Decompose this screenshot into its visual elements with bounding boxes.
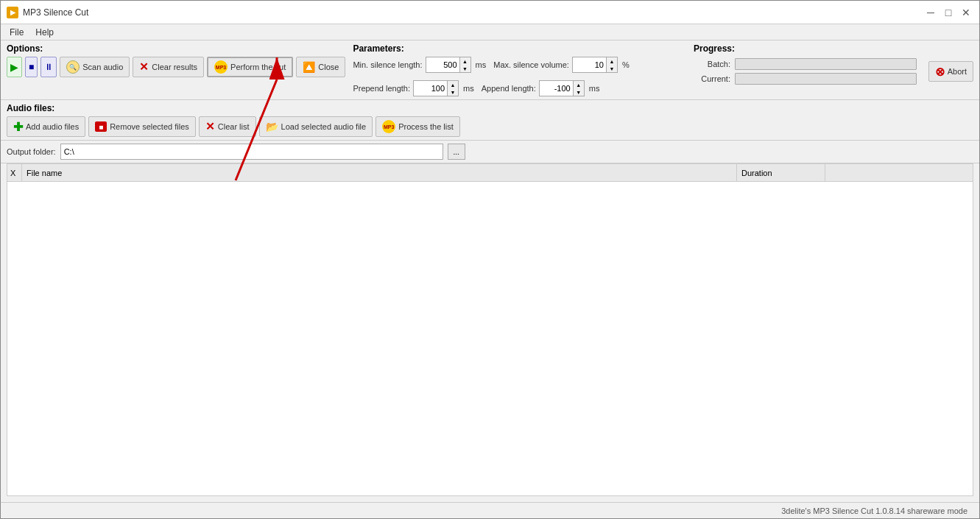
scan-icon: 🔍 bbox=[66, 60, 80, 74]
progress-label: Progress: bbox=[694, 43, 973, 54]
file-list: X File name Duration bbox=[7, 163, 973, 496]
options-label: Options: bbox=[7, 43, 345, 54]
max-silence-up[interactable]: ▲ bbox=[607, 57, 617, 65]
progress-items: Batch: Current: bbox=[694, 58, 917, 85]
max-silence-down[interactable]: ▼ bbox=[607, 65, 617, 72]
abort-button[interactable]: ⊗ Abort bbox=[928, 61, 973, 82]
col-header-extra bbox=[825, 164, 973, 181]
min-silence-down[interactable]: ▼ bbox=[460, 65, 470, 72]
remove-icon: ■ bbox=[95, 121, 107, 132]
append-input-container: ▲ ▼ bbox=[539, 80, 585, 96]
title-bar-left: ▶ MP3 Silence Cut bbox=[7, 7, 88, 18]
audio-files-label: Audio files: bbox=[7, 103, 54, 113]
audio-files-section: Audio files: ✚ Add audio files ■ Remove … bbox=[1, 100, 979, 141]
min-silence-label: Min. silence length: bbox=[353, 60, 422, 69]
max-silence-unit: % bbox=[622, 60, 630, 69]
pause-icon: ⏸ bbox=[44, 62, 53, 72]
clear-list-icon: ✕ bbox=[205, 120, 215, 133]
close-window-button[interactable]: ✕ bbox=[959, 5, 973, 20]
top-area: Options: ▶ ■ ⏸ 🔍 Scan audio bbox=[1, 40, 979, 100]
play-icon: ▶ bbox=[10, 61, 18, 73]
load-audio-button[interactable]: 📂 Load selected audio file bbox=[259, 116, 373, 137]
clear-results-button[interactable]: ✕ Clear results bbox=[133, 57, 204, 77]
close-icon: 🔼 bbox=[303, 61, 315, 73]
load-icon: 📂 bbox=[266, 121, 278, 133]
output-folder-label: Output folder: bbox=[7, 147, 56, 156]
min-silence-input[interactable] bbox=[426, 57, 459, 72]
min-silence-up[interactable]: ▲ bbox=[460, 57, 470, 65]
max-silence-spinners: ▲ ▼ bbox=[606, 57, 617, 72]
parameters-label: Parameters: bbox=[353, 43, 403, 54]
app-icon: ▶ bbox=[7, 7, 18, 18]
play-button[interactable]: ▶ bbox=[7, 57, 22, 77]
close-button[interactable]: 🔼 Close bbox=[296, 57, 345, 77]
clear-list-button[interactable]: ✕ Clear list bbox=[199, 116, 256, 137]
window-title: MP3 Silence Cut bbox=[23, 7, 88, 18]
current-progress-bar bbox=[735, 73, 917, 85]
perform-cut-icon: MP3 bbox=[214, 60, 228, 74]
prepend-unit: ms bbox=[463, 84, 474, 93]
col-header-filename: File name bbox=[22, 164, 737, 181]
max-silence-label: Max. silence volume: bbox=[493, 60, 569, 69]
right-panel: Parameters: Min. silence length: ▲ ▼ bbox=[353, 43, 973, 96]
title-controls: ─ □ ✕ bbox=[923, 5, 973, 20]
scan-audio-button[interactable]: 🔍 Scan audio bbox=[60, 57, 130, 77]
append-down[interactable]: ▼ bbox=[574, 88, 584, 96]
prepend-group: Prepend length: ▲ ▼ ms bbox=[353, 80, 473, 96]
perform-cut-button[interactable]: MP3 Perform the cut bbox=[207, 57, 293, 77]
maximize-button[interactable]: □ bbox=[941, 5, 956, 20]
file-list-header: X File name Duration bbox=[7, 164, 973, 182]
options-panel: Options: ▶ ■ ⏸ 🔍 Scan audio bbox=[7, 43, 345, 77]
menu-bar: File Help bbox=[1, 24, 979, 40]
batch-label: Batch: bbox=[694, 60, 730, 68]
output-folder-row: Output folder: ... bbox=[1, 141, 979, 163]
min-silence-unit: ms bbox=[476, 60, 487, 69]
min-silence-group: Min. silence length: ▲ ▼ ms bbox=[353, 57, 486, 73]
max-silence-input-container: ▲ ▼ bbox=[572, 57, 618, 73]
max-silence-group: Max. silence volume: ▲ ▼ % bbox=[493, 57, 630, 73]
params-row: Min. silence length: ▲ ▼ ms M bbox=[353, 57, 679, 96]
abort-icon: ⊗ bbox=[935, 65, 945, 79]
append-label: Append length: bbox=[482, 84, 536, 93]
append-input[interactable] bbox=[540, 81, 573, 96]
prepend-down[interactable]: ▼ bbox=[448, 88, 458, 96]
progress-batch-row: Batch: Current: ⊗ Abort bbox=[694, 58, 973, 85]
audio-toolbar: ✚ Add audio files ■ Remove selected file… bbox=[7, 116, 973, 137]
process-list-button[interactable]: MP3 Process the list bbox=[376, 116, 460, 137]
col-header-duration: Duration bbox=[737, 164, 825, 181]
prepend-input-container: ▲ ▼ bbox=[413, 80, 459, 96]
browse-button[interactable]: ... bbox=[448, 144, 465, 160]
main-window: ▶ MP3 Silence Cut ─ □ ✕ File Help Option… bbox=[0, 0, 980, 519]
output-folder-input[interactable] bbox=[60, 144, 443, 160]
min-silence-input-container: ▲ ▼ bbox=[426, 57, 471, 73]
append-up[interactable]: ▲ bbox=[574, 81, 584, 88]
stop-button[interactable]: ■ bbox=[25, 57, 38, 77]
add-audio-files-button[interactable]: ✚ Add audio files bbox=[7, 116, 85, 137]
prepend-up[interactable]: ▲ bbox=[448, 81, 458, 88]
append-spinners: ▲ ▼ bbox=[573, 81, 584, 96]
status-bar: 3delite's MP3 Silence Cut 1.0.8.14 share… bbox=[1, 502, 979, 518]
current-label: Current: bbox=[694, 74, 730, 83]
prepend-input[interactable] bbox=[414, 81, 447, 96]
minimize-button[interactable]: ─ bbox=[923, 5, 938, 20]
current-progress-row: Current: bbox=[694, 73, 917, 85]
menu-file[interactable]: File bbox=[4, 26, 29, 39]
batch-progress-row: Batch: bbox=[694, 58, 917, 70]
options-toolbar: ▶ ■ ⏸ 🔍 Scan audio ✕ Clear resu bbox=[7, 57, 345, 77]
prepend-label: Prepend length: bbox=[353, 84, 410, 93]
clear-results-icon: ✕ bbox=[139, 60, 149, 74]
append-group: Append length: ▲ ▼ ms bbox=[482, 80, 600, 96]
progress-abort-container: Progress: Batch: Current: bbox=[694, 43, 973, 85]
menu-help[interactable]: Help bbox=[29, 26, 60, 39]
max-silence-input[interactable] bbox=[573, 57, 606, 72]
append-unit: ms bbox=[589, 84, 600, 93]
prepend-spinners: ▲ ▼ bbox=[447, 81, 458, 96]
parameters-panel: Parameters: Min. silence length: ▲ ▼ bbox=[353, 43, 679, 96]
status-text: 3delite's MP3 Silence Cut 1.0.8.14 share… bbox=[781, 506, 967, 515]
remove-files-button[interactable]: ■ Remove selected files bbox=[88, 116, 196, 137]
min-silence-spinners: ▲ ▼ bbox=[459, 57, 470, 72]
batch-progress-bar bbox=[735, 58, 917, 70]
pause-button[interactable]: ⏸ bbox=[40, 57, 57, 77]
stop-icon: ■ bbox=[29, 62, 34, 72]
process-icon: MP3 bbox=[382, 120, 395, 133]
